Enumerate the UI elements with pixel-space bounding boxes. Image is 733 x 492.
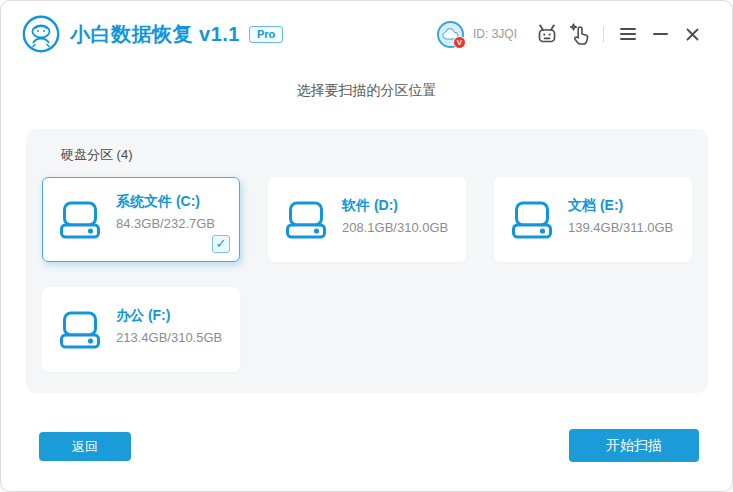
partition-section-label: 硬盘分区 (4) — [61, 145, 692, 164]
partition-name: 系统文件 (C:) — [116, 193, 215, 211]
pro-badge: Pro — [249, 26, 283, 43]
divider — [603, 27, 604, 42]
partition-name: 软件 (D:) — [342, 197, 448, 215]
robot-icon[interactable] — [534, 21, 560, 47]
header: 小白数据恢复 v1.1 Pro V ID: 3JQI — [1, 1, 732, 67]
verified-badge: V — [453, 36, 466, 49]
partition-card-e[interactable]: 文档 (E:) 139.4GB/311.0GB — [494, 177, 692, 262]
partition-panel: 硬盘分区 (4) 系统文件 (C:) 84.3GB/232.7GB ✓ — [26, 129, 708, 393]
partition-capacity: 208.1GB/310.0GB — [342, 220, 448, 235]
check-icon: ✓ — [216, 236, 227, 251]
app-title: 小白数据恢复 v1.1 — [70, 21, 240, 48]
partition-grid: 系统文件 (C:) 84.3GB/232.7GB ✓ 软件 (D:) 208.1… — [42, 177, 692, 372]
partition-card-f[interactable]: 办公 (F:) 213.4GB/310.5GB — [42, 287, 240, 372]
hard-drive-icon — [284, 200, 328, 240]
page-title: 选择要扫描的分区位置 — [1, 80, 732, 100]
close-button[interactable] — [679, 21, 705, 47]
partition-capacity: 139.4GB/311.0GB — [568, 220, 673, 235]
hard-drive-icon — [510, 200, 554, 240]
selected-checkbox[interactable]: ✓ — [212, 235, 230, 253]
user-avatar[interactable]: V — [437, 21, 464, 48]
header-controls: V ID: 3JQI — [437, 21, 708, 48]
hard-drive-icon — [58, 310, 102, 350]
partition-name: 文档 (E:) — [568, 197, 673, 215]
back-button[interactable]: 返回 — [39, 432, 131, 461]
minimize-button[interactable] — [647, 21, 673, 47]
tap-hand-icon[interactable] — [566, 21, 592, 47]
app-window: 小白数据恢复 v1.1 Pro V ID: 3JQI — [0, 0, 733, 492]
partition-capacity: 213.4GB/310.5GB — [116, 330, 222, 345]
menu-icon[interactable] — [615, 21, 641, 47]
app-logo-icon — [21, 14, 61, 54]
partition-card-c[interactable]: 系统文件 (C:) 84.3GB/232.7GB ✓ — [42, 177, 240, 262]
partition-name: 办公 (F:) — [116, 307, 222, 325]
partition-capacity: 84.3GB/232.7GB — [116, 216, 215, 231]
start-scan-button[interactable]: 开始扫描 — [569, 429, 699, 462]
hard-drive-icon — [58, 200, 102, 240]
user-id: ID: 3JQI — [473, 27, 517, 41]
partition-card-d[interactable]: 软件 (D:) 208.1GB/310.0GB — [268, 177, 466, 262]
